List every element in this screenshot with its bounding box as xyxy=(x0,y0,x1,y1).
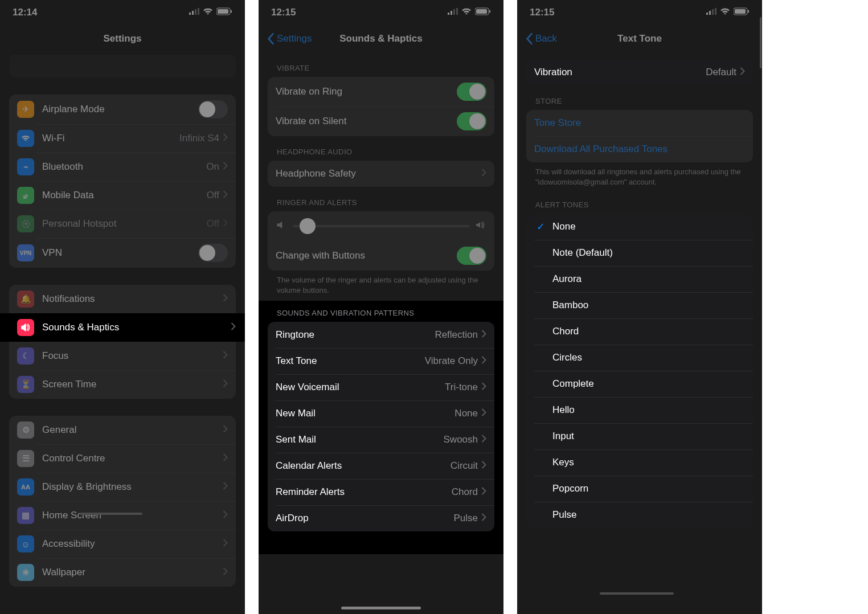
accessibility-icon: ☺ xyxy=(17,535,34,552)
row-tone-complete[interactable]: Complete xyxy=(526,371,753,397)
row-change-buttons[interactable]: Change with Buttons xyxy=(268,241,494,271)
row-label: Note (Default) xyxy=(552,247,745,259)
row-sound-ringtone[interactable]: RingtoneReflection xyxy=(268,322,494,348)
row-airplane[interactable]: ✈ Airplane Mode xyxy=(9,95,236,124)
row-focus[interactable]: ☾ Focus xyxy=(9,342,236,370)
row-tone-chord[interactable]: Chord xyxy=(526,318,753,345)
row-vibrate-silent[interactable]: Vibrate on Silent xyxy=(268,107,494,136)
row-general[interactable]: ⚙ General xyxy=(9,416,236,444)
search-placeholder[interactable] xyxy=(9,55,236,77)
row-value: Vibrate Only xyxy=(425,355,478,367)
row-tone-keys[interactable]: Keys xyxy=(526,449,753,476)
cellular-icon xyxy=(706,7,716,18)
row-notifications[interactable]: 🔔 Notifications xyxy=(9,285,236,313)
row-tone-bamboo[interactable]: Bamboo xyxy=(526,292,753,318)
home-indicator[interactable] xyxy=(341,607,421,609)
row-download-tones[interactable]: Download All Purchased Tones xyxy=(526,136,753,162)
chevron-right-icon xyxy=(481,434,486,445)
scrollbar-horizontal[interactable] xyxy=(80,513,142,515)
row-sound-reminder-alerts[interactable]: Reminder AlertsChord xyxy=(268,479,494,505)
row-screentime[interactable]: ⏳ Screen Time xyxy=(9,370,236,399)
row-label: Input xyxy=(552,431,745,442)
row-wallpaper[interactable]: ❀ Wallpaper xyxy=(9,558,236,587)
row-hotspot[interactable]: ⦿ Personal Hotspot Off xyxy=(9,210,236,238)
screen-settings: 12:14 Settings ✈ Airplane Mode Wi-Fi Inf… xyxy=(0,0,245,614)
status-time: 12:14 xyxy=(13,7,37,18)
row-mobile-data[interactable]: ⸙ Mobile Data Off xyxy=(9,181,236,210)
chevron-right-icon xyxy=(223,481,228,493)
row-value: Swoosh xyxy=(444,434,478,445)
airplane-toggle[interactable] xyxy=(198,100,228,118)
svg-rect-3 xyxy=(198,8,199,15)
row-tone-note-default-[interactable]: Note (Default) xyxy=(526,240,753,266)
svg-rect-14 xyxy=(706,13,708,15)
row-tone-hello[interactable]: Hello xyxy=(526,397,753,423)
svg-rect-15 xyxy=(709,11,711,15)
row-label: New Mail xyxy=(276,408,455,419)
row-tone-aurora[interactable]: Aurora xyxy=(526,266,753,292)
row-tone-pulse[interactable]: Pulse xyxy=(526,502,753,528)
row-accessibility[interactable]: ☺ Accessibility xyxy=(9,530,236,558)
row-label: Display & Brightness xyxy=(42,481,223,493)
wifi-icon xyxy=(720,7,730,18)
row-label: AirDrop xyxy=(276,513,453,524)
row-sounds-haptics-highlight[interactable]: Sounds & Haptics xyxy=(0,313,245,342)
row-home-screen[interactable]: ▦ Home Screen xyxy=(9,501,236,530)
speaker-low-icon xyxy=(276,219,287,233)
row-control-centre[interactable]: ☰ Control Centre xyxy=(9,444,236,473)
row-vibrate-ring[interactable]: Vibrate on Ring xyxy=(268,77,494,107)
back-button[interactable]: Back xyxy=(525,32,557,45)
chevron-right-icon xyxy=(223,350,228,362)
row-value: Reflection xyxy=(435,329,478,341)
scrollbar-vertical[interactable] xyxy=(760,17,761,68)
row-label: Bluetooth xyxy=(42,161,206,173)
status-bar: 12:14 xyxy=(0,0,245,25)
row-display[interactable]: AA Display & Brightness xyxy=(9,473,236,501)
scrollbar-horizontal[interactable] xyxy=(600,592,674,595)
row-label: Pulse xyxy=(552,509,745,521)
svg-rect-16 xyxy=(712,9,714,15)
moon-icon: ☾ xyxy=(17,347,34,365)
row-headphone-safety[interactable]: Headphone Safety xyxy=(268,161,494,187)
row-vibration[interactable]: Vibration Default xyxy=(526,59,753,85)
chevron-right-icon xyxy=(481,168,486,179)
chevron-right-icon xyxy=(740,67,745,78)
row-tone-circles[interactable]: Circles xyxy=(526,345,753,371)
row-bluetooth[interactable]: ⌁ Bluetooth On xyxy=(9,153,236,181)
row-sound-calendar-alerts[interactable]: Calendar AlertsCircuit xyxy=(268,453,494,479)
toggle-vibrate-ring[interactable] xyxy=(457,83,486,101)
row-vpn[interactable]: VPN VPN xyxy=(9,238,236,268)
ringer-footer: The volume of the ringer and alerts can … xyxy=(259,271,503,297)
row-label: Sent Mail xyxy=(276,434,444,445)
toggle-vibrate-silent[interactable] xyxy=(457,112,486,130)
row-sound-airdrop[interactable]: AirDropPulse xyxy=(268,505,494,531)
volume-track[interactable] xyxy=(293,225,469,227)
row-tone-none[interactable]: ✓None xyxy=(526,214,753,240)
svg-rect-7 xyxy=(448,13,449,15)
svg-rect-0 xyxy=(189,13,191,15)
row-tone-popcorn[interactable]: Popcorn xyxy=(526,476,753,502)
group-vibrate: Vibrate on Ring Vibrate on Silent xyxy=(268,77,494,136)
row-label: Reminder Alerts xyxy=(276,486,452,498)
hotspot-icon: ⦿ xyxy=(17,215,34,232)
chevron-right-icon xyxy=(481,382,486,393)
toggle-change-buttons[interactable] xyxy=(457,247,486,265)
row-sound-new-voicemail[interactable]: New VoicemailTri-tone xyxy=(268,374,494,400)
row-sound-new-mail[interactable]: New MailNone xyxy=(268,400,494,427)
chevron-right-icon xyxy=(481,486,486,498)
chevron-right-icon xyxy=(223,218,228,230)
row-wifi[interactable]: Wi-Fi Infinix S4 xyxy=(9,124,236,153)
page-title: Settings xyxy=(0,33,245,44)
back-button[interactable]: Settings xyxy=(267,32,312,45)
row-tone-input[interactable]: Input xyxy=(526,423,753,449)
row-label: Chord xyxy=(552,326,745,337)
volume-thumb[interactable] xyxy=(300,218,316,234)
vpn-toggle[interactable] xyxy=(198,244,228,262)
svg-rect-17 xyxy=(715,8,716,15)
chevron-right-icon xyxy=(481,460,486,472)
row-sound-text-tone[interactable]: Text ToneVibrate Only xyxy=(268,348,494,374)
switches-icon: ☰ xyxy=(17,450,34,467)
row-sound-sent-mail[interactable]: Sent MailSwoosh xyxy=(268,427,494,453)
row-volume-slider[interactable] xyxy=(268,211,494,241)
row-tone-store[interactable]: Tone Store xyxy=(526,110,753,136)
